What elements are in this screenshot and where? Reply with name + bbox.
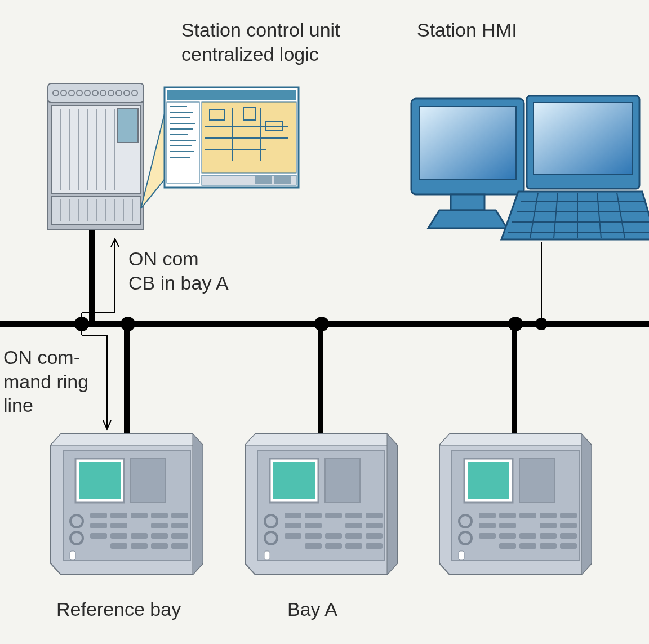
text-line: ON com bbox=[128, 248, 199, 269]
text-line: Station HMI bbox=[417, 19, 517, 41]
text-line: ON com- bbox=[3, 347, 80, 368]
on-com-cb-label: ON com CB in bay A bbox=[128, 247, 229, 295]
on-command-ring-label: ON com- mand ring line bbox=[3, 345, 88, 418]
reference-bay-label: Reference bay bbox=[56, 597, 181, 621]
text-line: Bay A bbox=[287, 598, 337, 620]
ied-devices bbox=[0, 0, 649, 644]
station-hmi-label: Station HMI bbox=[417, 18, 517, 42]
text-line: mand ring bbox=[3, 371, 88, 392]
diagram-stage: Station control unit centralized logic S… bbox=[0, 0, 649, 644]
text-line: Station control unit bbox=[181, 19, 340, 41]
text-line: Reference bay bbox=[56, 598, 181, 620]
text-line: centralized logic bbox=[181, 43, 319, 65]
station-control-unit-label: Station control unit centralized logic bbox=[181, 18, 340, 66]
text-line: CB in bay A bbox=[128, 272, 229, 294]
bay-a-label: Bay A bbox=[287, 597, 337, 621]
text-line: line bbox=[3, 394, 33, 416]
